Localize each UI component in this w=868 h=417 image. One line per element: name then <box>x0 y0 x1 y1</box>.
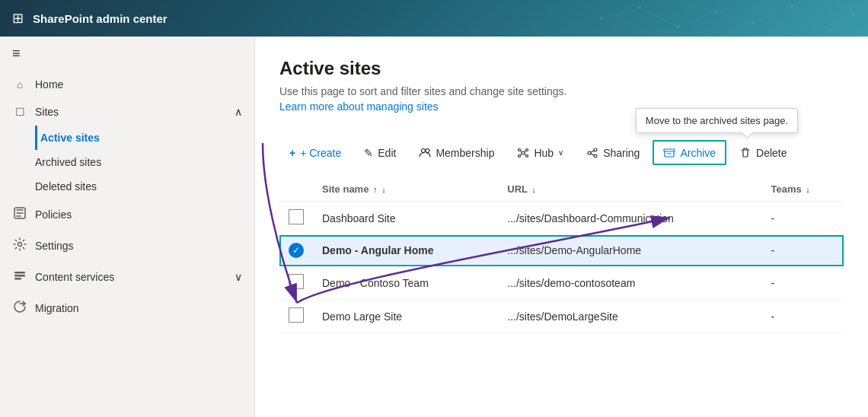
svg-point-8 <box>522 151 525 154</box>
delete-button[interactable]: Delete <box>729 141 796 164</box>
svg-line-13 <box>521 151 522 152</box>
svg-line-16 <box>525 154 526 155</box>
hub-button[interactable]: Hub ∨ <box>507 141 573 164</box>
learn-more-link[interactable]: Learn more about managing sites <box>279 100 439 113</box>
edit-button[interactable]: ✎ Edit <box>354 142 406 164</box>
sidebar-item-settings-label: Settings <box>35 240 74 252</box>
svg-line-21 <box>591 154 594 155</box>
svg-line-20 <box>591 151 594 152</box>
svg-point-12 <box>526 155 528 158</box>
app-title: SharePoint admin center <box>33 12 168 25</box>
sidebar-item-content-label: Content services <box>35 271 114 283</box>
toolbar: Move to the archived sites page. + + Cre… <box>279 140 844 171</box>
site-name-cell: Demo Large Site <box>313 300 498 333</box>
svg-rect-3 <box>14 275 25 277</box>
content-area: Active sites Use this page to sort and f… <box>255 37 868 417</box>
archive-icon <box>663 146 675 159</box>
url-cell: .../sites/Dashboard-Communication <box>498 202 761 235</box>
url-cell: .../sites/DemoLargeSite <box>498 300 761 333</box>
hub-icon <box>517 146 529 159</box>
teams-cell: - <box>761 235 844 266</box>
svg-rect-4 <box>14 278 21 280</box>
checkbox-col-header <box>279 177 313 202</box>
table-row[interactable]: Demo Large Site .../sites/DemoLargeSite … <box>279 300 844 333</box>
archive-button[interactable]: Archive <box>653 140 726 165</box>
sidebar-sub-item-active-sites[interactable]: Active sites <box>35 126 254 150</box>
table-row[interactable]: ✓ Demo - Angular Home .../sites/Demo-Ang… <box>279 235 844 266</box>
sidebar-sub-item-deleted-sites[interactable]: Deleted sites <box>35 174 254 199</box>
table-row[interactable]: Dashboard Site .../sites/Dashboard-Commu… <box>279 202 844 235</box>
row-checkbox[interactable] <box>289 274 304 289</box>
membership-button[interactable]: Membership <box>409 141 504 164</box>
sidebar-toggle[interactable]: ≡ <box>0 37 254 71</box>
svg-line-15 <box>521 154 522 155</box>
create-icon: + <box>289 147 295 159</box>
sidebar-item-migration[interactable]: Migration <box>0 292 254 323</box>
sidebar-item-policies[interactable]: Policies <box>0 199 254 230</box>
sidebar-sub-item-archived-sites[interactable]: Archived sites <box>35 150 254 174</box>
membership-icon <box>419 146 431 159</box>
policies-icon <box>12 206 27 222</box>
sidebar-item-home[interactable]: ⌂ Home <box>0 71 254 98</box>
teams-col-header[interactable]: Teams ↓ <box>761 177 844 202</box>
archive-tooltip: Move to the archived sites page. <box>636 108 798 133</box>
teams-sort: ↓ <box>806 185 810 194</box>
migration-icon <box>12 300 27 316</box>
sidebar-sites-sub: Active sites Archived sites Deleted site… <box>0 126 254 199</box>
svg-line-14 <box>525 151 526 152</box>
sites-icon: ☐ <box>12 106 27 118</box>
content-chevron-icon: ∨ <box>235 271 242 283</box>
sidebar-item-policies-label: Policies <box>35 208 72 221</box>
main-layout: ≡ ⌂ Home ☐ Sites ∧ Active sites Archived… <box>0 37 868 417</box>
sites-chevron-icon: ∧ <box>235 106 242 118</box>
svg-point-11 <box>519 155 521 158</box>
sidebar: ≡ ⌂ Home ☐ Sites ∧ Active sites Archived… <box>0 37 255 417</box>
site-name-cell: Demo - Angular Home <box>313 235 498 266</box>
row-checkbox[interactable] <box>289 209 304 224</box>
site-name-sort-asc: ↑ <box>373 185 378 194</box>
archived-sites-label: Archived sites <box>35 156 101 168</box>
sidebar-item-home-label: Home <box>35 78 63 91</box>
svg-point-7 <box>426 149 429 153</box>
sidebar-item-settings[interactable]: Settings <box>0 230 254 261</box>
svg-rect-22 <box>664 149 675 151</box>
sites-table: Site name ↑ ↓ URL ↓ Teams ↓ <box>279 177 844 333</box>
content-services-icon <box>12 269 27 285</box>
create-button[interactable]: + + Create <box>279 142 351 164</box>
teams-cell: - <box>761 202 844 235</box>
svg-point-9 <box>519 149 521 151</box>
active-sites-label: Active sites <box>40 132 100 144</box>
url-cell: .../sites/demo-contosoteam <box>498 266 761 300</box>
deleted-sites-label: Deleted sites <box>35 180 97 193</box>
url-sort: ↓ <box>531 185 536 194</box>
sidebar-item-sites-label: Sites <box>35 106 59 118</box>
url-col-header[interactable]: URL ↓ <box>498 177 761 202</box>
svg-point-18 <box>588 151 591 154</box>
row-checkbox-checked[interactable]: ✓ <box>289 243 304 258</box>
sharing-button[interactable]: Sharing <box>576 141 649 164</box>
table-row[interactable]: Demo - Contoso Team .../sites/demo-conto… <box>279 266 844 300</box>
site-name-sort-desc: ↓ <box>381 185 386 194</box>
svg-rect-2 <box>14 272 25 274</box>
waffle-icon[interactable]: ⊞ <box>12 10 24 27</box>
teams-cell: - <box>761 300 844 333</box>
sidebar-item-sites[interactable]: ☐ Sites ∧ <box>0 98 254 126</box>
svg-point-19 <box>594 154 597 158</box>
hub-chevron-icon: ∨ <box>558 148 563 157</box>
svg-point-10 <box>526 149 528 151</box>
topbar: ⊞ SharePoint admin center <box>0 0 868 37</box>
row-checkbox[interactable] <box>289 307 304 323</box>
sidebar-item-content-services[interactable]: Content services ∨ <box>0 261 254 292</box>
site-name-cell: Dashboard Site <box>313 202 498 235</box>
svg-point-6 <box>422 149 426 153</box>
settings-icon <box>12 237 27 253</box>
edit-icon: ✎ <box>364 147 373 159</box>
sharing-icon <box>586 146 598 159</box>
url-cell: .../sites/Demo-AngularHome <box>498 235 761 266</box>
svg-point-17 <box>594 148 597 151</box>
site-name-cell: Demo - Contoso Team <box>313 266 498 300</box>
sidebar-item-migration-label: Migration <box>35 302 79 314</box>
hamburger-icon: ≡ <box>12 46 21 61</box>
site-name-col-header[interactable]: Site name ↑ ↓ <box>313 177 498 202</box>
svg-point-1 <box>18 243 22 247</box>
